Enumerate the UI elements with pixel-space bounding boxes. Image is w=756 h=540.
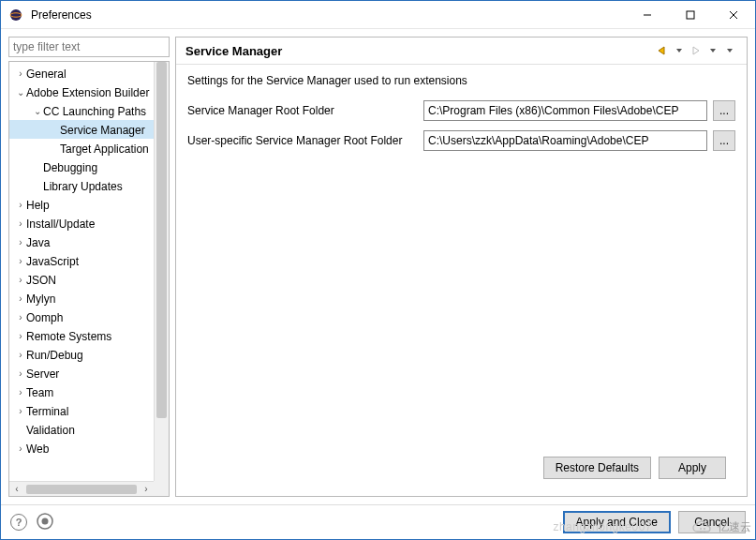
restore-defaults-button[interactable]: Restore Defaults (543, 457, 651, 479)
chevron-right-icon[interactable]: › (15, 233, 26, 252)
tree-item-label: Validation (26, 424, 75, 437)
tree-item-label: CC Launching Paths (43, 105, 146, 118)
tree-item-label: Java (26, 236, 50, 249)
eclipse-icon (8, 8, 23, 22)
browse-button[interactable]: ... (713, 100, 735, 121)
page-title: Service Manager (185, 44, 653, 58)
tree-item[interactable]: ›JavaScript (9, 251, 154, 270)
chevron-right-icon[interactable]: › (15, 327, 26, 346)
tree-item[interactable]: ›JSON (9, 270, 154, 289)
svg-point-7 (42, 518, 49, 524)
tree-item-label: JavaScript (26, 255, 79, 268)
user-root-folder-input[interactable] (423, 130, 707, 151)
cancel-button[interactable]: Cancel (678, 511, 746, 533)
tree-item-label: Adobe Extension Builder (26, 86, 149, 99)
field-label: Service Manager Root Folder (187, 104, 418, 117)
tree-item[interactable]: ›Help (9, 195, 154, 214)
chevron-right-icon[interactable]: › (15, 308, 26, 327)
tree-item[interactable]: ⌄Adobe Extension Builder (9, 82, 154, 101)
tree-item-label: Service Manager (60, 124, 145, 137)
tree-item-label: Terminal (26, 405, 68, 418)
browse-button[interactable]: ... (713, 130, 735, 151)
page-description: Settings for the Service Manager used to… (187, 74, 735, 87)
chevron-right-icon[interactable]: › (15, 346, 26, 365)
tree-item[interactable]: Validation (9, 420, 154, 439)
tree-item-label: Debugging (43, 161, 97, 174)
close-button[interactable] (712, 1, 755, 29)
tree-item[interactable]: ›Run/Debug (9, 345, 154, 364)
tree-item[interactable]: ›Install/Update (9, 214, 154, 232)
chevron-right-icon[interactable]: › (15, 271, 26, 290)
tree-item[interactable]: ›General (9, 64, 154, 82)
back-icon[interactable] (655, 43, 670, 58)
import-export-icon[interactable] (37, 513, 53, 532)
minimize-button[interactable] (626, 1, 669, 29)
field-label: User-specific Service Manager Root Folde… (187, 134, 418, 147)
back-menu-icon[interactable] (672, 43, 687, 58)
scroll-right-icon[interactable]: › (139, 484, 154, 494)
tree-item-label: Mylyn (26, 292, 55, 306)
chevron-right-icon[interactable]: › (15, 402, 26, 421)
chevron-right-icon[interactable]: › (15, 215, 26, 233)
tree-item[interactable]: ›Java (9, 232, 154, 251)
chevron-right-icon[interactable]: › (15, 440, 26, 458)
chevron-right-icon[interactable]: › (15, 383, 26, 402)
window-title: Preferences (31, 8, 626, 22)
chevron-right-icon[interactable]: › (15, 65, 26, 83)
tree-item[interactable]: Service Manager (9, 120, 154, 139)
tree-item[interactable]: ⌄CC Launching Paths (9, 101, 154, 120)
scroll-left-icon[interactable]: ‹ (9, 484, 24, 494)
tree-item-label: Oomph (26, 311, 63, 324)
tree-item-label: Team (26, 386, 53, 399)
view-menu-icon[interactable] (722, 43, 737, 58)
maximize-button[interactable] (669, 1, 712, 29)
tree-item-label: Server (26, 368, 59, 381)
preferences-tree: ›General⌄Adobe Extension Builder⌄CC Laun… (8, 61, 170, 497)
tree-item-label: Library Updates (43, 180, 123, 193)
tree-item[interactable]: ›Terminal (9, 401, 154, 420)
tree-item[interactable]: ›Mylyn (9, 289, 154, 308)
apply-button[interactable]: Apply (659, 457, 726, 479)
tree-item-label: JSON (26, 274, 56, 287)
chevron-right-icon[interactable]: › (15, 365, 26, 383)
tree-item[interactable]: ›Team (9, 382, 154, 401)
tree-item[interactable]: ›Server (9, 364, 154, 382)
chevron-down-icon[interactable]: ⌄ (15, 83, 26, 102)
tree-item[interactable]: ›Web (9, 439, 154, 458)
tree-item[interactable]: ›Oomph (9, 308, 154, 326)
tree-item[interactable]: Library Updates (9, 176, 154, 195)
tree-item-label: General (26, 68, 67, 81)
tree-item-label: Install/Update (26, 218, 95, 231)
tree-item-label: Remote Systems (26, 330, 111, 343)
horizontal-scrollbar[interactable]: ‹ › (9, 481, 154, 496)
chevron-right-icon[interactable]: › (15, 196, 26, 215)
chevron-right-icon[interactable]: › (15, 252, 26, 271)
root-folder-input[interactable] (423, 100, 707, 121)
svg-rect-3 (687, 11, 694, 19)
tree-item-label: Run/Debug (26, 349, 83, 362)
tree-item-label: Help (26, 199, 50, 212)
forward-icon[interactable] (689, 43, 704, 58)
apply-and-close-button[interactable]: Apply and Close (563, 511, 671, 533)
tree-item-label: Web (26, 442, 49, 456)
chevron-down-icon[interactable]: ⌄ (32, 102, 43, 121)
tree-item[interactable]: ›Remote Systems (9, 326, 154, 345)
filter-input[interactable] (8, 37, 170, 57)
forward-menu-icon[interactable] (705, 43, 720, 58)
tree-item-label: Target Application (60, 142, 149, 156)
tree-item[interactable]: Debugging (9, 158, 154, 176)
svg-point-0 (10, 9, 22, 21)
titlebar: Preferences (1, 1, 755, 29)
chevron-right-icon[interactable]: › (15, 290, 26, 308)
tree-item[interactable]: Target Application (9, 139, 154, 158)
help-icon[interactable]: ? (10, 514, 27, 531)
vertical-scrollbar[interactable] (154, 62, 169, 481)
